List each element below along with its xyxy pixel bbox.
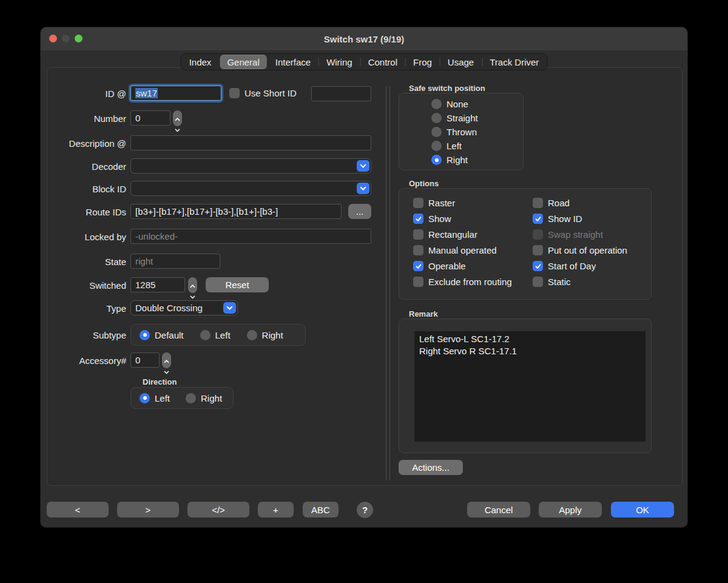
- remark-textarea[interactable]: Left Servo-L SC1-17.2 Right Servo R SC1-…: [414, 331, 645, 442]
- checkbox-icon[interactable]: [413, 198, 423, 208]
- option-rectangular[interactable]: Rectangular: [413, 229, 512, 240]
- radio-icon[interactable]: [431, 99, 442, 109]
- option-operable[interactable]: Operable: [413, 261, 512, 271]
- direction-option-right[interactable]: Right: [186, 393, 222, 403]
- radio-icon[interactable]: [140, 393, 150, 403]
- accessory-stepper[interactable]: [162, 352, 171, 368]
- option-start-of-day[interactable]: Start of Day: [533, 261, 627, 271]
- checkbox-icon[interactable]: [533, 245, 543, 255]
- radio-icon[interactable]: [140, 330, 150, 340]
- cancel-button[interactable]: Cancel: [467, 502, 530, 517]
- splitter-handle[interactable]: [386, 86, 390, 480]
- type-dropdown[interactable]: Double Crossing: [130, 300, 238, 315]
- safe-position-option-left[interactable]: Left: [431, 141, 523, 151]
- remark-group: Left Servo-L SC1-17.2 Right Servo R SC1-…: [399, 318, 652, 453]
- tab-track-driver[interactable]: Track Driver: [482, 54, 547, 70]
- block-id-combobox[interactable]: [130, 181, 371, 196]
- tab-general[interactable]: General: [220, 55, 266, 69]
- number-input[interactable]: 0: [130, 110, 170, 126]
- short-id-input[interactable]: [311, 86, 371, 101]
- use-short-id-checkbox[interactable]: [229, 88, 240, 98]
- route-ids-browse-button[interactable]: ...: [348, 204, 371, 219]
- state-input: right: [130, 254, 220, 269]
- minimize-button[interactable]: [62, 35, 70, 42]
- safe-position-option-straight[interactable]: Straight: [431, 113, 523, 123]
- description-input[interactable]: [130, 135, 371, 150]
- tab-usage[interactable]: Usage: [440, 54, 482, 70]
- chevron-down-icon[interactable]: [357, 160, 369, 172]
- apply-button[interactable]: Apply: [539, 502, 602, 517]
- checkbox-icon[interactable]: [413, 277, 423, 287]
- radio-icon[interactable]: [186, 393, 196, 403]
- subtype-option-left[interactable]: Left: [200, 330, 231, 340]
- checkbox-checked-icon[interactable]: [413, 214, 423, 224]
- checkbox-label: Start of Day: [548, 261, 596, 271]
- add-button[interactable]: +: [258, 502, 294, 517]
- tab-wiring[interactable]: Wiring: [318, 54, 360, 70]
- radio-label: Left: [215, 330, 231, 340]
- radio-label: Right: [447, 155, 468, 165]
- next-button[interactable]: >: [117, 502, 179, 517]
- radio-icon[interactable]: [431, 155, 442, 165]
- help-button[interactable]: ?: [357, 502, 373, 518]
- accessory-input[interactable]: 0: [130, 352, 160, 368]
- checkbox-checked-icon[interactable]: [533, 214, 543, 224]
- checkbox-icon[interactable]: [413, 245, 423, 255]
- checkbox-checked-icon[interactable]: [533, 261, 543, 271]
- tab-control[interactable]: Control: [360, 54, 405, 70]
- checkbox-icon[interactable]: [533, 198, 543, 208]
- zoom-button[interactable]: [75, 35, 83, 42]
- stepper-up-icon[interactable]: [164, 355, 169, 366]
- code-button[interactable]: </>: [187, 502, 249, 517]
- stepper-up-icon[interactable]: [190, 280, 195, 291]
- safe-position-option-right[interactable]: Right: [431, 155, 523, 165]
- ok-button[interactable]: OK: [611, 502, 674, 517]
- direction-option-left[interactable]: Left: [140, 393, 170, 403]
- option-road[interactable]: Road: [533, 198, 627, 208]
- titlebar[interactable]: Switch sw17 (9/19): [41, 27, 687, 50]
- tab-index[interactable]: Index: [181, 54, 220, 70]
- radio-icon[interactable]: [431, 127, 442, 137]
- stepper-down-icon[interactable]: [175, 124, 180, 135]
- close-button[interactable]: [49, 35, 57, 42]
- radio-icon[interactable]: [200, 330, 211, 340]
- checkbox-icon[interactable]: [413, 229, 423, 240]
- chevron-down-icon[interactable]: [357, 183, 369, 194]
- locked-by-input: -unlocked-: [130, 229, 371, 244]
- subtype-option-default[interactable]: Default: [140, 330, 184, 340]
- checkbox-checked-icon[interactable]: [413, 261, 423, 271]
- option-show[interactable]: Show: [413, 214, 512, 224]
- state-label: State: [47, 254, 126, 269]
- actions-button[interactable]: Actions...: [399, 460, 463, 475]
- stepper-down-icon[interactable]: [164, 366, 169, 377]
- switched-stepper[interactable]: [188, 277, 197, 293]
- radio-icon[interactable]: [247, 330, 257, 340]
- safe-position-option-thrown[interactable]: Thrown: [431, 127, 523, 137]
- tab-frog[interactable]: Frog: [405, 54, 440, 70]
- checkbox-label: Show: [428, 214, 451, 224]
- option-put-out-of-operation[interactable]: Put out of operation: [533, 245, 627, 255]
- radio-label: Default: [155, 330, 184, 340]
- number-stepper[interactable]: [173, 110, 182, 126]
- subtype-option-right[interactable]: Right: [247, 330, 283, 340]
- option-show-id[interactable]: Show ID: [533, 214, 627, 224]
- chevron-down-icon[interactable]: [223, 302, 236, 314]
- id-input[interactable]: sw17: [130, 86, 221, 101]
- route-ids-input[interactable]: [b3+]-[b17+],[b17+]-[b3-],[b1+]-[b3-]: [130, 204, 342, 219]
- tab-interface[interactable]: Interface: [268, 54, 318, 70]
- abc-button[interactable]: ABC: [303, 502, 339, 517]
- option-exclude-from-routing[interactable]: Exclude from routing: [413, 277, 512, 287]
- decoder-combobox[interactable]: [130, 158, 371, 174]
- checkbox-icon[interactable]: [533, 277, 543, 287]
- radio-icon[interactable]: [431, 113, 442, 123]
- option-raster[interactable]: Raster: [413, 198, 512, 208]
- stepper-up-icon[interactable]: [175, 113, 180, 124]
- option-static[interactable]: Static: [533, 277, 627, 287]
- reset-button[interactable]: Reset: [206, 277, 269, 292]
- prev-button[interactable]: <: [47, 502, 109, 517]
- switched-input[interactable]: 1285: [130, 277, 185, 292]
- safe-switch-position-group: NoneStraightThrownLeftRight: [399, 93, 524, 170]
- safe-position-option-none[interactable]: None: [431, 99, 523, 109]
- option-manual-operated[interactable]: Manual operated: [413, 245, 512, 255]
- radio-icon[interactable]: [431, 141, 442, 151]
